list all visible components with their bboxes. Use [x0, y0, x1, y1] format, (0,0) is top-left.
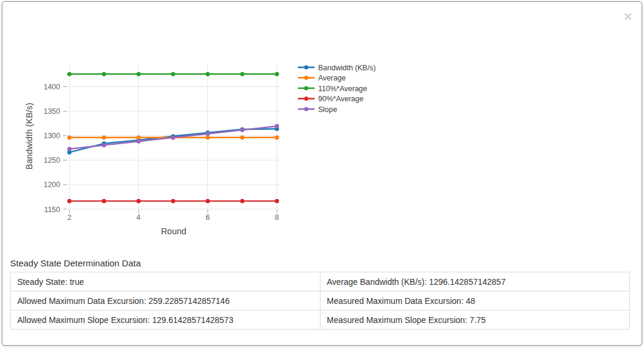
legend-item-1[interactable]: Average — [298, 74, 346, 82]
data-point — [136, 135, 141, 139]
data-point — [275, 135, 279, 139]
data-point — [240, 128, 244, 132]
data-point — [136, 139, 141, 144]
table-row: Allowed Maximum Data Excursion: 259.2285… — [11, 291, 630, 310]
data-point — [136, 199, 141, 203]
svg-text:90%*Average: 90%*Average — [318, 95, 363, 103]
svg-text:110%*Average: 110%*Average — [318, 85, 367, 93]
data-point — [171, 72, 175, 76]
data-point — [67, 72, 71, 76]
data-point — [102, 143, 106, 147]
svg-text:Average: Average — [318, 74, 346, 82]
y-tick-label: 1400 — [43, 83, 60, 91]
legend-item-3[interactable]: 90%*Average — [298, 95, 363, 103]
y-tick-label: 1150 — [44, 206, 60, 214]
table-row: Steady State: true Average Bandwidth (KB… — [11, 272, 630, 291]
series-3 — [67, 199, 279, 203]
x-tick-label: 8 — [275, 213, 279, 222]
close-icon[interactable]: × — [624, 10, 632, 24]
data-point — [206, 72, 210, 76]
table-row: Allowed Maximum Slope Excursion: 129.614… — [11, 310, 630, 330]
series-0 — [67, 127, 279, 155]
cell-average-bandwidth: Average Bandwidth (KB/s): 1296.142857142… — [320, 272, 630, 291]
data-point — [240, 135, 244, 139]
x-axis-title: Round — [161, 226, 186, 236]
data-point — [102, 135, 106, 139]
y-tick-label: 1200 — [43, 181, 60, 189]
cell-measured-data-excursion: Measured Maximum Data Excursion: 48 — [320, 291, 630, 310]
svg-text:Bandwidth (KB/s): Bandwidth (KB/s) — [318, 64, 376, 72]
data-point — [206, 135, 210, 139]
data-point — [275, 199, 279, 203]
data-point — [240, 72, 244, 76]
data-point — [102, 72, 106, 76]
modal-dialog: × 1150120012501300135014002468RoundBandw… — [2, 1, 642, 346]
x-tick-label: 6 — [206, 213, 210, 222]
cell-allowed-slope-excursion: Allowed Maximum Slope Excursion: 129.614… — [11, 310, 321, 330]
x-tick-label: 4 — [136, 213, 141, 222]
data-point — [67, 147, 71, 151]
data-point — [136, 72, 141, 76]
y-tick-label: 1350 — [43, 107, 60, 116]
data-point — [102, 199, 106, 203]
legend-item-4[interactable]: Slope — [298, 105, 337, 114]
data-point — [171, 199, 175, 203]
chart-canvas[interactable]: 1150120012501300135014002468RoundBandwid… — [24, 51, 411, 253]
cell-allowed-data-excursion: Allowed Maximum Data Excursion: 259.2285… — [11, 291, 321, 310]
data-point — [275, 72, 279, 76]
data-point — [171, 135, 175, 139]
cell-measured-slope-excursion: Measured Maximum Slope Excursion: 7.75 — [320, 310, 630, 330]
data-point — [206, 132, 210, 136]
steady-state-table: Steady State: true Average Bandwidth (KB… — [10, 272, 630, 330]
data-point — [67, 135, 71, 139]
svg-text:Slope: Slope — [318, 105, 337, 114]
cell-steady-state: Steady State: true — [11, 272, 321, 291]
data-point — [275, 124, 279, 128]
series-2 — [67, 72, 279, 76]
data-point — [67, 199, 71, 203]
x-tick-label: 2 — [67, 213, 71, 222]
data-point — [240, 199, 244, 203]
y-axis-title: Bandwidth (KB/s) — [24, 102, 34, 169]
table-caption: Steady State Determination Data — [10, 258, 141, 268]
legend-item-2[interactable]: 110%*Average — [298, 85, 367, 93]
legend-item-0[interactable]: Bandwidth (KB/s) — [298, 64, 376, 72]
data-point — [206, 199, 210, 203]
y-tick-label: 1250 — [43, 156, 60, 164]
y-tick-label: 1300 — [43, 132, 60, 140]
bandwidth-chart: 1150120012501300135014002468RoundBandwid… — [24, 51, 411, 253]
